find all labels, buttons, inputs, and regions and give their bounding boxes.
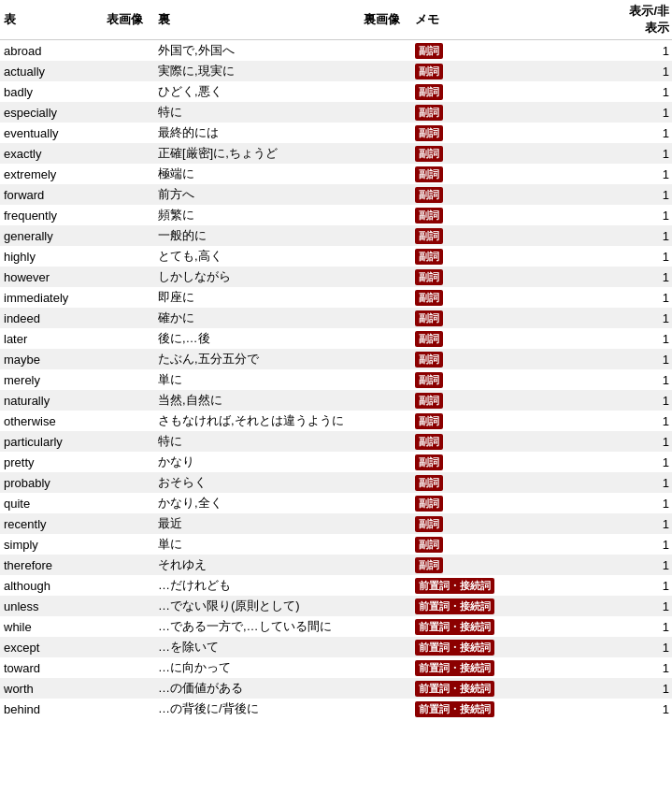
- table-row[interactable]: toward…に向かって前置詞・接続詞1: [0, 657, 672, 678]
- table-row[interactable]: behind…の背後に/背後に前置詞・接続詞1: [0, 699, 672, 719]
- table-row[interactable]: eventually最終的には副詞1: [0, 123, 672, 143]
- cell-back-image: [360, 308, 411, 328]
- cell-display[interactable]: 1: [617, 287, 672, 308]
- cell-back: 即座に: [154, 287, 360, 308]
- cell-word: recently: [0, 513, 103, 534]
- table-row[interactable]: maybeたぶん,五分五分で副詞1: [0, 349, 672, 369]
- cell-back-image: [360, 411, 411, 431]
- cell-display[interactable]: 1: [617, 411, 672, 431]
- cell-back: 実際に,現実に: [154, 61, 360, 81]
- cell-display[interactable]: 1: [617, 369, 672, 390]
- cell-memo: 副詞: [411, 184, 617, 205]
- cell-display[interactable]: 1: [617, 390, 672, 411]
- table-row[interactable]: although…だけれども前置詞・接続詞1: [0, 575, 672, 596]
- table-row[interactable]: exactly正確[厳密]に,ちょうど副詞1: [0, 143, 672, 164]
- cell-back-image: [360, 390, 411, 411]
- cell-word: simply: [0, 534, 103, 555]
- memo-badge: 副詞: [415, 64, 443, 79]
- cell-back: 単に: [154, 534, 360, 555]
- table-row[interactable]: unless…でない限り(原則として)前置詞・接続詞1: [0, 596, 672, 616]
- cell-display[interactable]: 1: [617, 184, 672, 205]
- table-row[interactable]: naturally当然,自然に副詞1: [0, 390, 672, 411]
- table-row[interactable]: while…である一方で,…している間に前置詞・接続詞1: [0, 616, 672, 637]
- cell-front-image: [103, 164, 154, 184]
- cell-display[interactable]: 1: [617, 123, 672, 143]
- cell-display[interactable]: 1: [617, 637, 672, 657]
- table-row[interactable]: probablyおそらく副詞1: [0, 472, 672, 493]
- cell-display[interactable]: 1: [617, 699, 672, 719]
- cell-memo: 副詞: [411, 328, 617, 349]
- cell-memo: 前置詞・接続詞: [411, 575, 617, 596]
- cell-display[interactable]: 1: [617, 493, 672, 513]
- cell-display[interactable]: 1: [617, 657, 672, 678]
- cell-back-image: [360, 205, 411, 225]
- cell-display[interactable]: 1: [617, 267, 672, 287]
- cell-back-image: [360, 534, 411, 555]
- table-row[interactable]: otherwiseさもなければ,それとは違うように副詞1: [0, 411, 672, 431]
- cell-word: although: [0, 575, 103, 596]
- cell-display[interactable]: 1: [617, 328, 672, 349]
- memo-badge: 副詞: [415, 290, 443, 306]
- memo-badge: 副詞: [415, 496, 443, 512]
- cell-display[interactable]: 1: [617, 575, 672, 596]
- cell-front-image: [103, 678, 154, 699]
- cell-back: 頻繁に: [154, 205, 360, 225]
- cell-word: particularly: [0, 431, 103, 452]
- cell-front-image: [103, 246, 154, 267]
- table-row[interactable]: highlyとても,高く副詞1: [0, 246, 672, 267]
- cell-display[interactable]: 1: [617, 81, 672, 102]
- cell-display[interactable]: 1: [617, 349, 672, 369]
- table-row[interactable]: generally一般的に副詞1: [0, 225, 672, 246]
- cell-display[interactable]: 1: [617, 452, 672, 472]
- cell-display[interactable]: 1: [617, 555, 672, 575]
- cell-display[interactable]: 1: [617, 616, 672, 637]
- table-row[interactable]: especially特に副詞1: [0, 102, 672, 123]
- table-row[interactable]: thereforeそれゆえ副詞1: [0, 555, 672, 575]
- table-row[interactable]: recently最近副詞1: [0, 513, 672, 534]
- cell-display[interactable]: 1: [617, 61, 672, 81]
- cell-display[interactable]: 1: [617, 102, 672, 123]
- table-row[interactable]: indeed確かに副詞1: [0, 308, 672, 328]
- cell-memo: 副詞: [411, 81, 617, 102]
- cell-word: extremely: [0, 164, 103, 184]
- table-row[interactable]: extremely極端に副詞1: [0, 164, 672, 184]
- table-row[interactable]: except…を除いて前置詞・接続詞1: [0, 637, 672, 657]
- table-row[interactable]: merely単に副詞1: [0, 369, 672, 390]
- table-row[interactable]: immediately即座に副詞1: [0, 287, 672, 308]
- table-row[interactable]: actually実際に,現実に副詞1: [0, 61, 672, 81]
- cell-display[interactable]: 1: [617, 308, 672, 328]
- cell-display[interactable]: 1: [617, 225, 672, 246]
- table-row[interactable]: worth…の価値がある前置詞・接続詞1: [0, 678, 672, 699]
- cell-memo: 副詞: [411, 225, 617, 246]
- cell-display[interactable]: 1: [617, 164, 672, 184]
- table-row[interactable]: howeverしかしながら副詞1: [0, 267, 672, 287]
- cell-back-image: [360, 184, 411, 205]
- memo-badge: 副詞: [415, 537, 443, 553]
- table-row[interactable]: quiteかなり,全く副詞1: [0, 493, 672, 513]
- table-row[interactable]: abroad外国で,外国へ副詞1: [0, 40, 672, 62]
- table-row[interactable]: particularly特に副詞1: [0, 431, 672, 452]
- cell-back: さもなければ,それとは違うように: [154, 411, 360, 431]
- table-row[interactable]: badlyひどく,悪く副詞1: [0, 81, 672, 102]
- table-row[interactable]: forward前方へ副詞1: [0, 184, 672, 205]
- cell-display[interactable]: 1: [617, 472, 672, 493]
- cell-display[interactable]: 1: [617, 143, 672, 164]
- cell-display[interactable]: 1: [617, 596, 672, 616]
- memo-badge: 副詞: [415, 105, 443, 121]
- cell-display[interactable]: 1: [617, 431, 672, 452]
- memo-badge: 副詞: [415, 269, 443, 285]
- table-row[interactable]: prettyかなり副詞1: [0, 452, 672, 472]
- cell-word: worth: [0, 678, 103, 699]
- cell-back: …だけれども: [154, 575, 360, 596]
- memo-badge: 副詞: [415, 516, 443, 532]
- cell-display[interactable]: 1: [617, 678, 672, 699]
- cell-display[interactable]: 1: [617, 205, 672, 225]
- table-row[interactable]: simply単に副詞1: [0, 534, 672, 555]
- cell-display[interactable]: 1: [617, 534, 672, 555]
- cell-display[interactable]: 1: [617, 40, 672, 62]
- cell-front-image: [103, 411, 154, 431]
- table-row[interactable]: frequently頻繁に副詞1: [0, 205, 672, 225]
- table-row[interactable]: later後に,…後副詞1: [0, 328, 672, 349]
- cell-display[interactable]: 1: [617, 513, 672, 534]
- cell-display[interactable]: 1: [617, 246, 672, 267]
